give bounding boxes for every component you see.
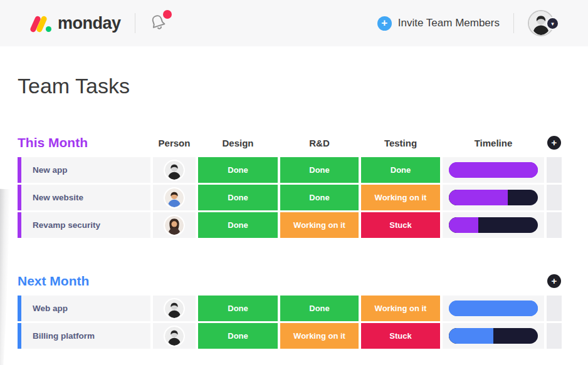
person-avatar	[165, 188, 184, 207]
timeline-cell[interactable]	[443, 212, 544, 238]
timeline-cell[interactable]	[443, 157, 544, 183]
add-column-cell[interactable]	[547, 157, 562, 183]
add-column-cell[interactable]	[547, 185, 562, 210]
board: This Month Person Design R&D Testing Tim…	[18, 133, 562, 349]
add-column-button[interactable]: +	[547, 274, 561, 288]
task-name: New app	[33, 165, 68, 175]
person-cell[interactable]	[153, 185, 196, 210]
column-header-person[interactable]: Person	[153, 138, 196, 148]
task-name-cell[interactable]: Revamp security	[18, 212, 150, 238]
group-rows: Web app Done Done Working on it Billing …	[18, 296, 562, 349]
status-cell-rnd[interactable]: Done	[280, 157, 359, 183]
timeline-cell[interactable]	[443, 296, 544, 321]
timeline-cell[interactable]	[443, 323, 544, 349]
topbar-divider	[135, 13, 135, 33]
status-cell-rnd[interactable]: Working on it	[280, 323, 359, 349]
status-cell-testing[interactable]: Working on it	[361, 296, 440, 321]
topbar-divider	[513, 13, 514, 33]
task-name-cell[interactable]: Billing platform	[18, 323, 150, 349]
invite-team-members-button[interactable]: + Invite Team Members	[377, 16, 500, 31]
notifications-button[interactable]	[149, 13, 168, 33]
timeline-bar	[449, 328, 538, 344]
task-row: New website Done Done Working on it	[18, 185, 562, 210]
group-title[interactable]: This Month	[18, 135, 150, 150]
status-cell-testing[interactable]: Working on it	[361, 185, 440, 210]
timeline-bar	[449, 162, 538, 178]
status-cell-rnd[interactable]: Working on it	[280, 212, 359, 238]
timeline-bar	[449, 301, 538, 316]
task-row: Web app Done Done Working on it	[18, 296, 562, 321]
topbar: monday + Invite Team Members ▾	[0, 0, 588, 46]
monday-logo-icon	[33, 14, 51, 33]
task-name: Web app	[33, 304, 68, 313]
notification-badge	[163, 10, 172, 19]
page-title: Team Tasks	[18, 74, 562, 98]
column-header-design[interactable]: Design	[198, 138, 278, 148]
page-edge-shadow	[0, 189, 11, 365]
status-cell-design[interactable]: Done	[198, 212, 278, 238]
plus-icon: +	[377, 16, 392, 31]
status-cell-testing[interactable]: Stuck	[361, 323, 440, 349]
task-group: This Month Person Design R&D Testing Tim…	[18, 133, 562, 238]
person-avatar	[165, 161, 184, 180]
add-column-cell[interactable]	[547, 323, 562, 349]
person-avatar	[165, 299, 184, 318]
group-header: This Month Person Design R&D Testing Tim…	[18, 133, 562, 152]
group-header: Next Month Person Design R&D Testing Tim…	[18, 272, 562, 290]
add-column-button[interactable]: +	[547, 136, 561, 150]
add-column-cell[interactable]	[547, 212, 562, 238]
column-header-timeline[interactable]: Timeline	[443, 138, 544, 148]
column-header-rnd[interactable]: R&D	[280, 138, 359, 148]
timeline-bar	[449, 217, 538, 233]
person-cell[interactable]	[153, 323, 196, 349]
group-rows: New app Done Done Done New website Don	[18, 157, 562, 238]
task-name: New website	[33, 193, 83, 202]
status-cell-testing[interactable]: Stuck	[361, 212, 440, 238]
chevron-down-icon: ▾	[546, 17, 559, 30]
invite-label: Invite Team Members	[398, 17, 500, 29]
status-cell-design[interactable]: Done	[198, 185, 278, 210]
account-menu[interactable]: ▾	[528, 10, 564, 36]
task-row: Billing platform Done Working on it Stuc…	[18, 323, 562, 349]
status-cell-design[interactable]: Done	[198, 296, 278, 321]
status-cell-rnd[interactable]: Done	[280, 185, 359, 210]
task-name: Revamp security	[33, 220, 100, 230]
person-cell[interactable]	[153, 157, 196, 183]
status-cell-testing[interactable]: Done	[361, 157, 440, 183]
timeline-cell[interactable]	[443, 185, 544, 210]
status-cell-design[interactable]: Done	[198, 323, 278, 349]
monday-logo[interactable]: monday	[33, 14, 121, 33]
task-row: New app Done Done Done	[18, 157, 562, 183]
person-cell[interactable]	[153, 212, 196, 238]
column-header-testing[interactable]: Testing	[361, 138, 440, 148]
person-avatar	[165, 327, 184, 346]
person-cell[interactable]	[153, 296, 196, 321]
task-group: Next Month Person Design R&D Testing Tim…	[18, 272, 562, 349]
brand-name: monday	[58, 14, 121, 33]
status-cell-rnd[interactable]: Done	[280, 296, 359, 321]
timeline-bar	[449, 190, 538, 205]
task-row: Revamp security Done Working on it Stuck	[18, 212, 562, 238]
task-name-cell[interactable]: Web app	[18, 296, 150, 321]
task-name-cell[interactable]: New website	[18, 185, 150, 210]
task-name-cell[interactable]: New app	[18, 157, 150, 183]
add-column-cell[interactable]	[547, 296, 562, 321]
status-cell-design[interactable]: Done	[198, 157, 278, 183]
person-avatar	[165, 216, 184, 235]
task-name: Billing platform	[33, 331, 95, 341]
group-title[interactable]: Next Month	[18, 274, 150, 289]
board-page: Team Tasks This Month Person Design R&D …	[0, 46, 588, 349]
